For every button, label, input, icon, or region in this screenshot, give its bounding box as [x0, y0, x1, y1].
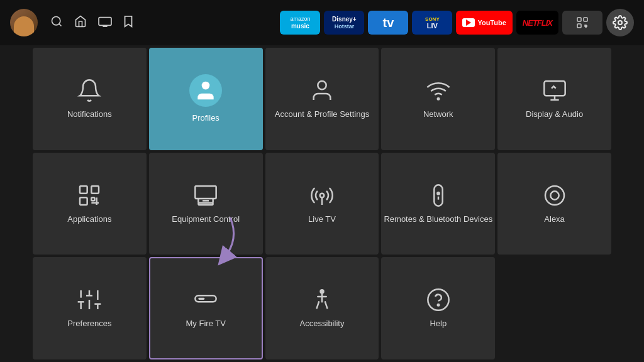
svg-rect-20	[92, 197, 95, 200]
empty-cell	[497, 257, 611, 359]
app-icons: amazon music Disney+ Hotstar tv SONY LIV…	[280, 9, 634, 36]
tile-applications[interactable]: Applications	[33, 153, 147, 255]
antenna-icon	[309, 183, 335, 208]
tile-display-audio-label: Display & Audio	[526, 109, 583, 120]
bell-icon	[77, 78, 102, 103]
tile-accessibility[interactable]: Accessibility	[265, 257, 379, 359]
tile-account-label: Account & Profile Settings	[275, 109, 369, 120]
youtube-badge[interactable]: YouTube	[456, 11, 512, 35]
profile-circle-icon	[189, 74, 222, 107]
disney-hotstar-badge[interactable]: Disney+ Hotstar	[324, 11, 364, 35]
fire-tv-icon	[193, 287, 218, 312]
tile-live-tv-label: Live TV	[308, 214, 336, 225]
svg-point-0	[52, 16, 60, 25]
svg-rect-23	[196, 186, 216, 199]
apps-icon	[77, 183, 102, 208]
remote-icon	[426, 183, 451, 208]
tile-my-fire-tv[interactable]: My Fire TV	[149, 257, 263, 359]
alexa-icon	[542, 183, 567, 208]
svg-rect-24	[199, 202, 213, 204]
svg-rect-30	[434, 185, 442, 206]
svg-line-1	[59, 23, 62, 26]
svg-point-48	[428, 290, 448, 310]
home-icon[interactable]	[74, 15, 87, 31]
help-icon	[426, 287, 451, 312]
tv-icon[interactable]	[98, 16, 112, 30]
tile-applications-label: Applications	[67, 214, 111, 225]
svg-rect-6	[577, 24, 581, 28]
grid-app-badge[interactable]	[562, 11, 602, 35]
sliders-icon	[77, 287, 102, 312]
tile-profiles[interactable]: Profiles	[149, 48, 263, 150]
tile-network-label: Network	[423, 109, 453, 120]
svg-rect-4	[577, 18, 581, 21]
svg-rect-2	[99, 17, 111, 25]
tile-network[interactable]: Network	[381, 48, 495, 150]
amazon-music-badge[interactable]: amazon music	[280, 11, 320, 35]
tile-accessibility-label: Accessibility	[300, 319, 345, 329]
bookmark-icon[interactable]	[123, 15, 133, 31]
person-icon	[309, 78, 335, 103]
svg-rect-19	[80, 197, 87, 205]
tile-account-profile[interactable]: Account & Profile Settings	[265, 48, 379, 150]
tile-help-label: Help	[430, 319, 447, 329]
tile-profiles-label: Profiles	[192, 113, 219, 124]
tile-remotes-bluetooth[interactable]: Remotes & Bluetooth Devices	[381, 153, 495, 255]
tile-my-fire-tv-label: My Fire TV	[186, 319, 226, 329]
settings-grid: Notifications Profiles Account & Profile…	[0, 45, 644, 362]
svg-point-46	[320, 290, 323, 293]
svg-rect-17	[80, 186, 87, 194]
tile-display-audio[interactable]: Display & Audio	[497, 48, 611, 150]
svg-rect-5	[584, 18, 587, 21]
svg-rect-7	[585, 25, 586, 26]
tile-alexa-label: Alexa	[544, 214, 565, 225]
tile-alexa[interactable]: Alexa	[497, 153, 611, 255]
tile-notifications[interactable]: Notifications	[33, 48, 147, 150]
avatar[interactable]	[10, 9, 38, 36]
tile-preferences[interactable]: Preferences	[33, 257, 147, 359]
tile-preferences-label: Preferences	[67, 319, 111, 329]
tile-remotes-bluetooth-label: Remotes & Bluetooth Devices	[384, 214, 492, 225]
topbar: amazon music Disney+ Hotstar tv SONY LIV…	[0, 0, 644, 45]
accessibility-icon	[309, 287, 335, 312]
monitor-icon	[542, 78, 567, 103]
svg-point-11	[202, 82, 210, 90]
svg-point-28	[320, 193, 325, 197]
tv-app-badge[interactable]: tv	[368, 11, 408, 35]
svg-point-31	[437, 192, 439, 194]
tile-live-tv[interactable]: Live TV	[265, 153, 379, 255]
tv-equipment-icon	[193, 183, 218, 208]
settings-gear-icon[interactable]	[606, 9, 634, 36]
wifi-icon	[426, 78, 451, 103]
sony-liv-badge[interactable]: SONY LIV	[412, 11, 452, 35]
svg-rect-18	[92, 186, 99, 194]
tile-notifications-label: Notifications	[67, 109, 112, 120]
svg-point-34	[550, 191, 558, 199]
search-icon[interactable]	[50, 15, 63, 31]
svg-point-10	[618, 21, 622, 25]
nav-icons	[50, 15, 133, 31]
svg-point-33	[545, 186, 564, 205]
svg-point-12	[318, 81, 326, 89]
tile-help[interactable]: Help	[381, 257, 495, 359]
netflix-badge[interactable]: NETFLIX	[516, 11, 558, 35]
